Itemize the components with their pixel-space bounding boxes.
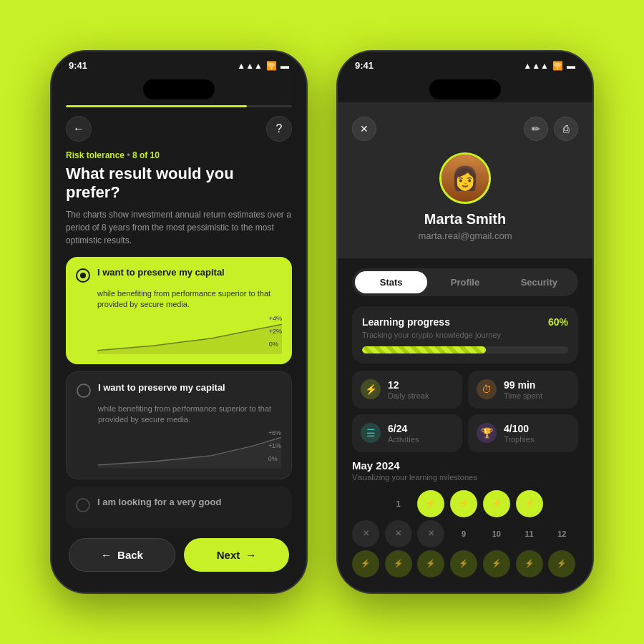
left-dynamic-island bbox=[143, 79, 215, 99]
calendar-cell: 10 bbox=[483, 520, 510, 547]
left-battery-icon: ▬ bbox=[280, 61, 289, 71]
left-signal-icon: ▲▲▲ bbox=[237, 61, 263, 71]
calendar-cell bbox=[548, 490, 575, 517]
right-phone: 9:41 ▲▲▲ 🛜 ▬ ✕ ✏ ⎙ 👩 Marta Smith marta.r… bbox=[336, 50, 594, 594]
option-2-chart-labels: +6%+1%0% bbox=[268, 429, 281, 462]
help-button[interactable]: ? bbox=[266, 116, 292, 142]
question-desc: The charts show investment annual return… bbox=[66, 208, 292, 247]
edit-button[interactable]: ✏ bbox=[524, 117, 548, 141]
activities-icon: ☰ bbox=[361, 423, 381, 443]
left-status-icons: ▲▲▲ 🛜 ▬ bbox=[237, 61, 289, 71]
next-label: Next bbox=[217, 549, 240, 561]
option-3-preview[interactable]: I am looking for a very good bbox=[66, 487, 292, 528]
right-time: 9:41 bbox=[355, 60, 374, 71]
next-button[interactable]: Next → bbox=[184, 538, 289, 572]
calendar-cell: 1 bbox=[385, 490, 412, 517]
option-1-title: I want to preserve my capital bbox=[97, 267, 225, 279]
streak-info: 12 Daily streak bbox=[388, 379, 429, 400]
quiz-progress-fill bbox=[66, 105, 247, 107]
time-value: 99 min bbox=[504, 379, 542, 391]
option-2-radio bbox=[77, 384, 91, 398]
back-nav-button[interactable]: ← bbox=[66, 116, 92, 142]
svg-marker-1 bbox=[98, 438, 281, 469]
right-battery-icon: ▬ bbox=[567, 61, 575, 71]
question-title: What result would you prefer? bbox=[66, 165, 292, 203]
option-1-chart-labels: +4%+2%0% bbox=[269, 315, 282, 348]
bottom-nav-buttons: ← Back Next → bbox=[66, 538, 292, 572]
calendar-cell: ⚡ bbox=[417, 550, 444, 577]
stats-content: Learning progress 60% Tracking your cryp… bbox=[338, 306, 592, 452]
time-icon: ⏱ bbox=[477, 379, 497, 399]
option-1-chart: +4%+2%0% bbox=[97, 315, 282, 354]
trophies-icon: 🏆 bbox=[477, 423, 497, 443]
streak-icon: ⚡ bbox=[361, 379, 381, 399]
calendar-cell: ⚡ bbox=[483, 550, 510, 577]
calendar-cell: ✕ bbox=[385, 520, 412, 547]
calendar-cell: ⚡ bbox=[516, 490, 543, 517]
streak-value: 12 bbox=[388, 379, 429, 391]
right-status-bar: 9:41 ▲▲▲ 🛜 ▬ bbox=[338, 52, 592, 74]
tab-security[interactable]: Security bbox=[503, 271, 575, 293]
trophies-label: Trophies bbox=[504, 435, 534, 444]
right-status-icons: ▲▲▲ 🛜 ▬ bbox=[523, 61, 575, 71]
profile-email: marta.real@gmail.com bbox=[419, 230, 512, 241]
learning-progress-card: Learning progress 60% Tracking your cryp… bbox=[352, 306, 578, 364]
tab-stats[interactable]: Stats bbox=[355, 271, 427, 293]
tabs: Stats Profile Security bbox=[352, 268, 578, 296]
option-3-header: I am looking for a very good bbox=[76, 497, 282, 512]
option-3-title: I am looking for a very good bbox=[97, 497, 221, 507]
calendar-cell: 11 bbox=[516, 520, 543, 547]
stats-grid: ⚡ 12 Daily streak ⏱ 99 min Time spent ☰ … bbox=[352, 371, 578, 452]
profile-header: ✕ ✏ ⎙ 👩 Marta Smith marta.real@gmail.com bbox=[338, 102, 592, 258]
right-wifi-icon: 🛜 bbox=[552, 61, 563, 71]
calendar-grid: 1⚡⚡⚡⚡✕✕✕9101112⚡⚡⚡⚡⚡⚡⚡ bbox=[352, 490, 578, 577]
profile-actions: ✕ ✏ ⎙ bbox=[352, 117, 578, 141]
streak-label: Daily streak bbox=[388, 391, 429, 400]
tab-profile[interactable]: Profile bbox=[429, 271, 501, 293]
calendar-cell: ⚡ bbox=[352, 550, 379, 577]
right-action-group: ✏ ⎙ bbox=[524, 117, 578, 141]
progress-subtitle: Tracking your crypto knowledge journey bbox=[362, 331, 568, 339]
next-arrow-icon: → bbox=[245, 549, 256, 561]
calendar-cell: 12 bbox=[548, 520, 575, 547]
back-label: Back bbox=[117, 549, 143, 561]
quiz-nav-row: ← ? bbox=[66, 116, 292, 142]
calendar-cell: ⚡ bbox=[548, 550, 575, 577]
back-button[interactable]: ← Back bbox=[69, 538, 175, 572]
option-2-chart: +6%+1%0% bbox=[98, 429, 281, 469]
tabs-container: Stats Profile Security bbox=[338, 258, 592, 306]
time-info: 99 min Time spent bbox=[504, 379, 542, 400]
share-button[interactable]: ⎙ bbox=[554, 117, 578, 141]
avatar-image: 👩 bbox=[441, 155, 489, 202]
progress-header: Learning progress 60% bbox=[362, 316, 568, 328]
calendar-cell: ✕ bbox=[417, 520, 444, 547]
calendar-cell: ⚡ bbox=[417, 490, 444, 517]
activities-info: 6/24 Activities bbox=[388, 423, 419, 444]
calendar-cell: ⚡ bbox=[483, 490, 510, 517]
option-1[interactable]: I want to preserve my capital while bene… bbox=[66, 257, 292, 364]
option-2-desc: while benefiting from performance superi… bbox=[98, 404, 281, 426]
trophies-value: 4/100 bbox=[504, 423, 534, 435]
activities-label: Activities bbox=[388, 435, 419, 444]
svg-marker-0 bbox=[97, 324, 282, 354]
back-arrow-icon: ← bbox=[101, 549, 112, 561]
option-2-title: I want to preserve my capital bbox=[98, 382, 225, 394]
option-2[interactable]: I want to preserve my capital while bene… bbox=[66, 371, 292, 480]
calendar-cell: ⚡ bbox=[516, 550, 543, 577]
close-button[interactable]: ✕ bbox=[352, 117, 376, 141]
calendar-section: May 2024 Visualizing your learning miles… bbox=[338, 459, 592, 589]
calendar-cell: ✕ bbox=[352, 520, 379, 547]
calendar-subtitle: Visualizing your learning milestones bbox=[352, 473, 578, 482]
stat-daily-streak: ⚡ 12 Daily streak bbox=[352, 371, 462, 409]
calendar-month: May 2024 bbox=[352, 459, 578, 472]
progress-fill bbox=[362, 346, 486, 353]
step-label: Risk tolerance • 8 of 10 bbox=[66, 150, 292, 160]
left-phone: 9:41 ▲▲▲ 🛜 ▬ ← ? Risk tolerance • 8 of 1… bbox=[50, 50, 308, 594]
progress-bar bbox=[362, 346, 568, 353]
calendar-cell bbox=[352, 490, 379, 517]
option-1-radio bbox=[76, 268, 90, 283]
trophies-info: 4/100 Trophies bbox=[504, 423, 534, 444]
left-status-bar: 9:41 ▲▲▲ 🛜 ▬ bbox=[52, 52, 306, 74]
calendar-cell: ⚡ bbox=[385, 550, 412, 577]
progress-title: Learning progress bbox=[362, 316, 450, 328]
